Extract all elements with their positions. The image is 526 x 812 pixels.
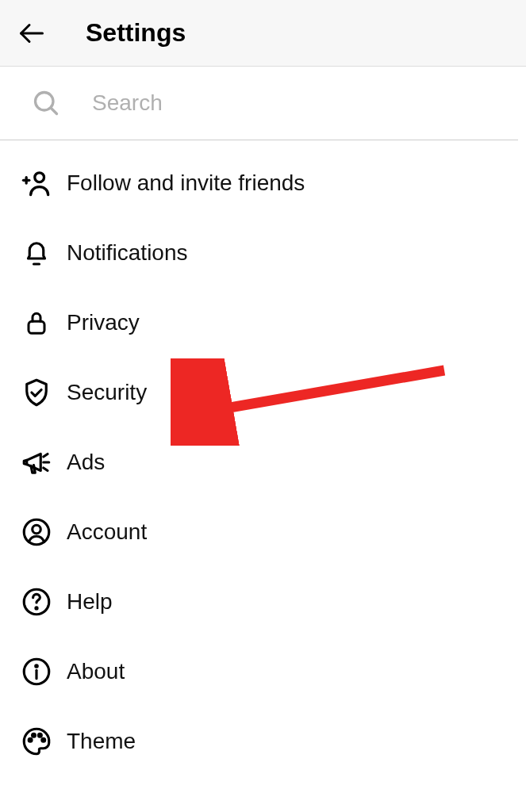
- svg-point-11: [24, 519, 49, 545]
- search-row[interactable]: [0, 67, 518, 140]
- lock-icon: [17, 304, 56, 342]
- svg-point-3: [35, 173, 44, 182]
- add-user-icon: [17, 164, 56, 202]
- menu-item-theme[interactable]: Theme: [0, 707, 526, 776]
- svg-line-10: [44, 468, 48, 471]
- search-input[interactable]: [92, 90, 496, 116]
- menu-label: Theme: [67, 729, 136, 754]
- svg-line-2: [51, 108, 57, 114]
- menu-item-security[interactable]: Security: [0, 358, 526, 427]
- menu-item-help[interactable]: Help: [0, 567, 526, 637]
- question-circle-icon: [17, 583, 56, 621]
- menu-label: Help: [67, 589, 113, 615]
- page-title: Settings: [86, 18, 186, 48]
- bell-icon: [17, 234, 56, 272]
- svg-point-12: [33, 525, 41, 534]
- svg-point-18: [29, 738, 32, 741]
- svg-point-14: [36, 607, 37, 609]
- menu-label: About: [67, 659, 125, 684]
- menu-label: Security: [67, 380, 147, 405]
- menu-item-follow-invite[interactable]: Follow and invite friends: [0, 148, 526, 218]
- back-button[interactable]: [16, 17, 48, 49]
- menu-item-account[interactable]: Account: [0, 497, 526, 567]
- menu-label: Privacy: [67, 310, 140, 335]
- palette-icon: [17, 722, 56, 760]
- person-circle-icon: [17, 513, 56, 551]
- search-icon: [32, 89, 60, 117]
- menu-item-about[interactable]: About: [0, 637, 526, 707]
- menu-item-ads[interactable]: Ads: [0, 427, 526, 497]
- arrow-left-icon: [17, 19, 46, 48]
- menu-item-notifications[interactable]: Notifications: [0, 218, 526, 288]
- menu-label: Account: [67, 519, 147, 545]
- menu-label: Ads: [67, 450, 105, 475]
- svg-point-20: [38, 733, 41, 737]
- menu-label: Notifications: [67, 240, 188, 266]
- menu-label: Follow and invite friends: [67, 170, 305, 196]
- shield-check-icon: [17, 373, 56, 412]
- svg-point-19: [33, 733, 36, 737]
- svg-rect-7: [29, 321, 44, 333]
- menu-item-privacy[interactable]: Privacy: [0, 288, 526, 358]
- svg-line-8: [44, 454, 48, 458]
- svg-point-21: [42, 738, 45, 741]
- info-circle-icon: [17, 653, 56, 691]
- svg-point-16: [36, 665, 37, 667]
- header-bar: Settings: [0, 0, 526, 67]
- settings-menu: Follow and invite friends Notifications …: [0, 140, 526, 776]
- megaphone-icon: [17, 443, 56, 481]
